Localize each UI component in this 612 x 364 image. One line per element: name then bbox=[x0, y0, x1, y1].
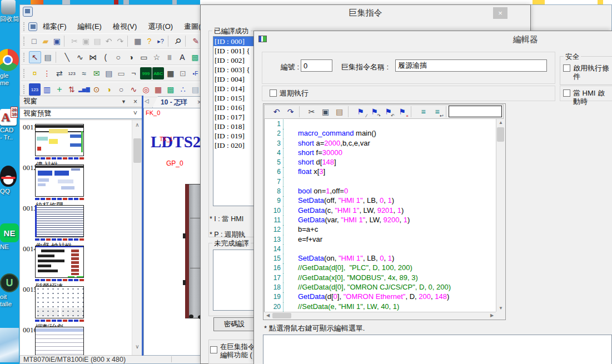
window-thumbnail[interactable] bbox=[35, 124, 84, 156]
macro-name-input[interactable] bbox=[395, 59, 547, 72]
set-word-icon[interactable]: ≈ bbox=[78, 67, 90, 79]
copy-icon[interactable]: ▣ bbox=[81, 35, 92, 47]
draw-polygon-icon[interactable]: ☆ bbox=[151, 51, 163, 63]
macro-list-item[interactable]: [ID : 015] bbox=[213, 93, 253, 103]
macro-list-item[interactable]: [ID : 020] bbox=[213, 141, 253, 150]
paste-icon[interactable]: ▤ bbox=[92, 35, 103, 47]
macro-list-item[interactable]: [ID : 004] bbox=[213, 74, 253, 84]
window-preview-dropdown[interactable]: 視窗預覽 ˅ bbox=[19, 108, 142, 119]
scatter-chart-icon[interactable]: ∴ bbox=[177, 83, 189, 96]
desktop-icon-chrome[interactable]: gle me bbox=[0, 49, 19, 87]
desktop-icon-recycle-bin[interactable]: 回收筒 bbox=[0, 0, 19, 23]
window-thumbnail[interactable] bbox=[35, 327, 84, 356]
combo-button-icon[interactable]: ▤ bbox=[103, 67, 115, 79]
object-properties-icon[interactable]: ▤ bbox=[42, 51, 54, 63]
scrollbar-thumb[interactable] bbox=[133, 138, 141, 163]
new-file-icon[interactable]: □ bbox=[29, 35, 40, 47]
function-key-icon[interactable]: ▪F bbox=[190, 67, 201, 79]
bookmark-next-icon[interactable]: ⚑↷ bbox=[368, 106, 381, 118]
panel-close-icon[interactable]: × bbox=[133, 98, 137, 106]
window-thumbnail[interactable] bbox=[35, 286, 84, 318]
find-icon[interactable]: ⚲ bbox=[173, 35, 184, 47]
ascii-display-icon[interactable]: ABC bbox=[152, 67, 164, 79]
code-horizontal-scrollbar[interactable]: ◀ ▶ bbox=[264, 312, 496, 319]
toolbar-grip[interactable] bbox=[23, 69, 26, 78]
trend-display-icon[interactable]: ∿ bbox=[128, 83, 140, 96]
macro-list-item[interactable]: [ID : 001] { bbox=[213, 46, 253, 56]
macro-list-item[interactable]: [ID : 018] bbox=[213, 122, 253, 131]
editor-search-input[interactable] bbox=[449, 106, 502, 117]
periodic-checkbox[interactable] bbox=[270, 89, 277, 97]
data-block-123-icon[interactable]: 123 bbox=[29, 83, 41, 96]
macro-list-item[interactable]: [ID : 016] bbox=[213, 103, 253, 112]
data-block-hmi-icon[interactable]: ▥ bbox=[41, 83, 53, 96]
cut-icon[interactable]: ✂ bbox=[69, 35, 80, 47]
context-help-icon[interactable]: ▸? bbox=[155, 35, 166, 47]
window-thumbnail[interactable] bbox=[35, 164, 84, 197]
group-object-icon[interactable]: ⊡ bbox=[177, 67, 189, 79]
menu-item-1[interactable]: 檔案(F) bbox=[37, 21, 72, 33]
enable-condition-checkbox[interactable] bbox=[563, 64, 570, 72]
macro-list-item[interactable]: [ID : 017] bbox=[213, 112, 253, 122]
desktop-icon-autocad[interactable]: A 20 10 CAD - Tr.. bbox=[0, 109, 19, 141]
qr-code-icon[interactable]: ▦ bbox=[165, 67, 176, 79]
design-canvas[interactable]: FK_0 LDTS2 TX_1 GP_0 bbox=[143, 108, 203, 356]
dialog-close-button[interactable]: × bbox=[493, 7, 507, 19]
word-lamp-icon[interactable]: ⋮ bbox=[41, 67, 53, 79]
edit-copy-icon[interactable]: ▣ bbox=[319, 106, 332, 118]
data-transfer-icon[interactable]: ⇅ bbox=[66, 83, 77, 96]
tab-scroll-left-icon[interactable]: ◁ bbox=[145, 98, 149, 104]
password-settings-button[interactable]: 密碼設 bbox=[213, 317, 255, 331]
desktop-icon-qq[interactable]: QQ bbox=[0, 166, 19, 195]
toggle-switch-icon[interactable]: ⇄ bbox=[53, 67, 65, 79]
panel-menu-icon[interactable]: ▼ bbox=[121, 99, 126, 104]
macro-list-option-checkbox[interactable] bbox=[210, 346, 217, 353]
toolbar-grip[interactable] bbox=[23, 22, 26, 31]
macro-id-input[interactable] bbox=[301, 59, 332, 72]
bar-graph-icon[interactable]: ▂▅▇ bbox=[78, 83, 90, 96]
operation-target-icon[interactable]: ◎ bbox=[140, 83, 152, 96]
draw-bezier-icon[interactable]: ∿ bbox=[74, 51, 86, 63]
toolbar-grip[interactable] bbox=[23, 53, 26, 62]
menu-item-4[interactable]: 選項(O) bbox=[142, 21, 178, 33]
scrollbar-thumb[interactable] bbox=[272, 313, 291, 318]
window-thumbnail[interactable] bbox=[35, 246, 84, 278]
direct-window-icon[interactable]: ¬ bbox=[128, 67, 140, 79]
clock-object-icon[interactable]: ○ bbox=[115, 83, 127, 96]
draw-rectangle-icon[interactable]: ▭ bbox=[138, 51, 150, 63]
edit-paste-icon[interactable]: ▤ bbox=[333, 106, 346, 118]
macro-list-item[interactable]: [ID : 000] bbox=[213, 37, 253, 46]
draw-polyline-icon[interactable]: ⋈ bbox=[87, 51, 99, 63]
canvas-tab[interactable]: 10 - 忑珜 × bbox=[152, 96, 203, 108]
panel-scrollbar[interactable]: ∧ ∨ bbox=[132, 120, 142, 355]
open-file-icon[interactable]: ▰ bbox=[40, 35, 51, 47]
menu-item-2[interactable]: 編輯(E) bbox=[72, 21, 107, 33]
desktop-icon-photo[interactable] bbox=[0, 328, 19, 362]
scroll-up-icon[interactable]: ▲ bbox=[496, 120, 505, 125]
move-shape-icon[interactable]: + bbox=[53, 83, 65, 96]
data-table-icon[interactable]: ▦ bbox=[152, 83, 164, 96]
undo-icon[interactable]: ↶ bbox=[103, 35, 115, 47]
pie-chart-icon[interactable]: ◑ bbox=[103, 83, 115, 96]
macro-list-item[interactable]: [ID : 003] { bbox=[213, 65, 253, 74]
desktop-icon-installer[interactable]: U oit talle bbox=[0, 273, 19, 308]
draw-scale-icon[interactable]: ||| bbox=[163, 51, 176, 63]
desktop-icon-line[interactable]: NE NE bbox=[0, 223, 19, 251]
window-thumbnail[interactable] bbox=[35, 205, 84, 237]
macro-list-item[interactable]: [ID : 002] bbox=[213, 56, 253, 65]
scroll-up-icon[interactable]: ∧ bbox=[132, 122, 142, 128]
multi-state-switch-icon[interactable]: ✉ bbox=[91, 67, 102, 79]
bookmark-prev-icon[interactable]: ⚑↶ bbox=[382, 106, 395, 118]
code-vertical-scrollbar[interactable]: ▲ ▼ bbox=[496, 119, 505, 312]
uncompiled-macro-list[interactable] bbox=[213, 250, 254, 311]
code-editor-area[interactable]: 12macro_command main()3short a=2000,b,c,… bbox=[264, 119, 496, 312]
scroll-right-icon[interactable]: ▶ bbox=[489, 313, 495, 318]
draw-ellipse-icon[interactable]: ○ bbox=[112, 51, 125, 63]
select-pointer-icon[interactable]: ↖ bbox=[29, 51, 41, 63]
help-icon[interactable]: ? bbox=[144, 35, 155, 47]
toolbar-grip[interactable] bbox=[23, 85, 26, 94]
scroll-down-icon[interactable]: ∨ bbox=[132, 343, 142, 350]
hmi-start-checkbox[interactable] bbox=[563, 89, 570, 97]
scroll-left-icon[interactable]: ◀ bbox=[265, 313, 271, 318]
picture-view-icon[interactable]: ▩ bbox=[165, 83, 176, 96]
